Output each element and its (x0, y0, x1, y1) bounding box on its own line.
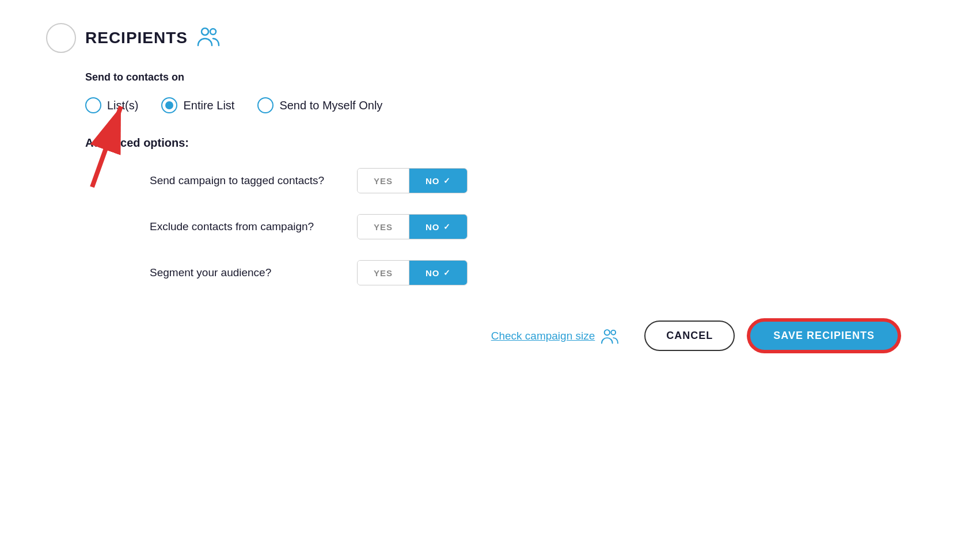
toggle-row-segment-audience: Segment your audience? YES NO ✓ (150, 260, 934, 285)
toggle-btn-group-3: YES NO ✓ (357, 260, 468, 285)
toggle-yes-2[interactable]: YES (358, 215, 409, 239)
page-title: RECIPIENTS (85, 29, 188, 47)
radio-option-myself[interactable]: Send to Myself Only (257, 97, 382, 113)
step-circle (46, 23, 76, 53)
cancel-button[interactable]: CANCEL (644, 321, 735, 351)
toggle-btn-group-2: YES NO ✓ (357, 214, 468, 239)
toggle-yes-1[interactable]: YES (358, 169, 409, 193)
radio-group: List(s) Entire List Send to Myself Only (85, 97, 934, 113)
footer-row: Check campaign size CANCEL SAVE RECIPIEN… (46, 320, 934, 352)
toggle-yes-3[interactable]: YES (358, 261, 409, 285)
radio-circle-myself[interactable] (257, 97, 274, 113)
send-to-label: Send to contacts on (85, 71, 934, 83)
radio-option-lists[interactable]: List(s) (85, 97, 138, 113)
save-recipients-button[interactable]: SAVE RECIPIENTS (749, 320, 899, 352)
toggle-question-3: Segment your audience? (150, 265, 334, 281)
radio-label-myself: Send to Myself Only (279, 99, 382, 112)
toggle-question-2: Exclude contacts from campaign? (150, 219, 334, 235)
toggle-no-3[interactable]: NO ✓ (409, 261, 467, 285)
header-row: RECIPIENTS (46, 23, 934, 53)
page-container: RECIPIENTS Send to contacts on List(s) E… (0, 0, 980, 375)
toggle-no-2[interactable]: NO ✓ (409, 215, 467, 239)
svg-point-4 (605, 330, 610, 335)
svg-point-5 (611, 330, 616, 334)
radio-circle-lists[interactable] (85, 97, 101, 113)
recipients-group-icon (197, 26, 220, 51)
check-campaign-link[interactable]: Check campaign size (491, 328, 620, 344)
svg-point-0 (202, 28, 208, 35)
toggle-question-1: Send campaign to tagged contacts? (150, 173, 334, 189)
radio-inner-entire-list (165, 101, 173, 109)
advanced-options-label: Advanced options: (85, 136, 934, 150)
toggle-btn-group-1: YES NO ✓ (357, 168, 468, 193)
check-icon-2: ✓ (443, 222, 451, 231)
radio-label-lists: List(s) (107, 99, 138, 112)
toggle-row-exclude-contacts: Exclude contacts from campaign? YES NO ✓ (150, 214, 934, 239)
check-icon-1: ✓ (443, 176, 451, 185)
check-campaign-icon (601, 328, 619, 344)
toggle-section: Send campaign to tagged contacts? YES NO… (150, 168, 934, 285)
radio-circle-entire-list[interactable] (161, 97, 177, 113)
radio-label-entire-list: Entire List (183, 99, 234, 112)
toggle-row-tagged-contacts: Send campaign to tagged contacts? YES NO… (150, 168, 934, 193)
check-icon-3: ✓ (443, 268, 451, 277)
svg-point-1 (210, 29, 216, 35)
toggle-no-1[interactable]: NO ✓ (409, 169, 467, 193)
radio-option-entire-list[interactable]: Entire List (161, 97, 234, 113)
